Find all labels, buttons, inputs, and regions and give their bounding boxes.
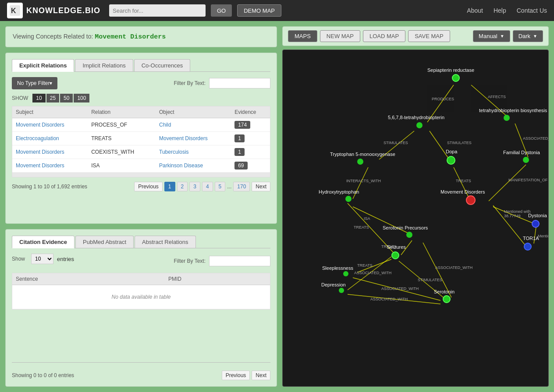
tab-abstract-relations[interactable]: Abstract Relations — [135, 236, 196, 248]
nav-help[interactable]: Help — [494, 7, 506, 14]
pagination-next-btn[interactable]: Next — [252, 182, 270, 191]
cell-object: Child — [156, 118, 231, 132]
citation-filter-input[interactable] — [209, 256, 270, 266]
filter-input[interactable] — [209, 78, 270, 88]
theme-dropdown-arrow: ▼ — [533, 34, 537, 39]
relations-showing-text: Showing 1 to 10 of 1,692 entries — [12, 184, 87, 190]
node-serotonin-precursors[interactable] — [406, 232, 412, 238]
theme-label: Dark — [518, 33, 530, 39]
type-filter-button[interactable]: No Type Filter▾ — [12, 77, 57, 89]
cell-subject: Movement Disorders — [12, 145, 88, 159]
object-link[interactable]: Parkinson Disease — [159, 162, 203, 169]
map-toolbar: MAPS NEW MAP LOAD MAP SAVE MAP Manual ▼ … — [282, 26, 549, 46]
node-familial-dystonia[interactable] — [523, 157, 529, 163]
subject-link[interactable]: Electrocoagulation — [16, 135, 59, 141]
svg-line-16 — [489, 165, 526, 201]
node-tor1a[interactable] — [524, 243, 532, 251]
cell-evidence: 1 — [231, 145, 270, 159]
filter-text-area: Filter By Text: — [174, 78, 270, 88]
svg-text:TREATS: TREATS — [357, 263, 373, 268]
cell-evidence: 1 — [231, 132, 270, 145]
svg-line-6 — [379, 131, 414, 159]
subject-link[interactable]: Movement Disorders — [16, 122, 64, 128]
relations-table: Subject Relation Object Evidence Movemen… — [12, 106, 270, 173]
pagination-page-1[interactable]: 1 — [164, 182, 175, 191]
map-canvas[interactable]: PRODUCES AFFECTS STIMULATES STIMULATES A… — [282, 49, 549, 387]
node-sepiapterin-reductase[interactable] — [452, 74, 460, 82]
show-buttons: 10 25 50 100 — [32, 94, 89, 102]
svg-text:ASSOCIATED_WITH: ASSOCIATED_WITH — [370, 297, 408, 301]
subject-link[interactable]: Movement Disorders — [16, 162, 64, 169]
pagination-page-3[interactable]: 3 — [189, 182, 200, 191]
pagination-page-5[interactable]: 5 — [215, 182, 226, 191]
svg-text:TREATS: TREATS — [354, 225, 369, 230]
pagination-page-4[interactable]: 4 — [202, 182, 213, 191]
nav-contact[interactable]: Contact Us — [517, 7, 547, 14]
table-row: Movement Disorders ISA Parkinson Disease… — [12, 159, 270, 173]
layout-dropdown[interactable]: Manual ▼ — [473, 30, 510, 42]
svg-line-12 — [353, 167, 368, 199]
tab-pubmed-abstract[interactable]: PubMed Abstract — [75, 236, 134, 248]
nav-about[interactable]: About — [467, 7, 483, 14]
node-sleeplessness[interactable] — [343, 271, 348, 276]
pagination-page-2[interactable]: 2 — [177, 182, 188, 191]
relations-tab-bar: Explicit Relations Implicit Relations Co… — [12, 59, 270, 72]
header-nav: About Help Contact Us — [467, 7, 547, 14]
load-map-btn[interactable]: LOAD MAP — [363, 30, 405, 42]
node-tryptophan[interactable] — [357, 159, 363, 165]
cell-evidence: 174 — [231, 118, 270, 132]
tab-explicit-relations[interactable]: Explicit Relations — [12, 59, 74, 72]
object-link[interactable]: Child — [159, 122, 171, 128]
citation-tab-bar: Citation Evidence PubMed Abstract Abstra… — [12, 236, 270, 248]
col-evidence: Evidence — [231, 106, 270, 118]
citation-next-btn[interactable]: Next — [252, 371, 270, 380]
go-button[interactable]: GO — [211, 4, 232, 17]
svg-text:STIMULATES: STIMULATES — [447, 141, 472, 145]
viewing-prefix: Viewing Concepts Related to: — [13, 33, 93, 40]
object-link[interactable]: Tuberculosis — [159, 149, 189, 155]
no-data-text: No data available in table — [12, 285, 270, 309]
node-dystonia[interactable] — [532, 220, 540, 228]
node-seizures[interactable] — [391, 251, 399, 259]
node-movement-disorders[interactable] — [466, 195, 476, 205]
node-depression[interactable] — [339, 288, 344, 293]
svg-text:AFFECTS: AFFECTS — [488, 95, 506, 99]
cell-object: Movement Disorders — [156, 132, 231, 145]
theme-dropdown[interactable]: Dark ▼ — [513, 30, 543, 42]
node-serotonin[interactable] — [443, 295, 451, 303]
logo-icon: K — [7, 3, 23, 18]
cell-subject: Movement Disorders — [12, 118, 88, 132]
col-sentence: Sentence — [12, 273, 165, 285]
new-map-btn[interactable]: NEW MAP — [320, 30, 360, 42]
subject-link[interactable]: Movement Disorders — [16, 149, 64, 155]
search-input[interactable] — [109, 4, 206, 17]
maps-tab-btn[interactable]: MAPS — [288, 30, 317, 42]
save-map-btn[interactable]: SAVE MAP — [408, 30, 450, 42]
show-50-btn[interactable]: 50 — [60, 94, 73, 102]
citation-show-select[interactable]: 10 25 50 100 — [31, 254, 53, 264]
relations-panel: Explicit Relations Implicit Relations Co… — [5, 53, 277, 224]
tab-co-occurrences[interactable]: Co-Occurrences — [134, 59, 191, 71]
tab-implicit-relations[interactable]: Implicit Relations — [75, 59, 133, 71]
col-object: Object — [156, 106, 231, 118]
svg-text:ASSOCIATED_WITH: ASSOCIATED_WITH — [523, 136, 548, 141]
node-tetrahydro-bio[interactable] — [504, 115, 510, 121]
tab-citation-evidence[interactable]: Citation Evidence — [12, 236, 75, 248]
main-layout: Viewing Concepts Related to: Movement Di… — [0, 21, 554, 392]
table-row: Movement Disorders PROCESS_OF Child 174 — [12, 118, 270, 132]
svg-line-22 — [534, 227, 536, 244]
node-5678-tetrahydro[interactable] — [416, 122, 423, 128]
logo-area: K KNOWLEDGE.BIO — [7, 3, 100, 18]
pagination-page-last[interactable]: 170 — [233, 182, 250, 191]
object-link[interactable]: Movement Disorders — [159, 135, 208, 141]
citation-previous-btn[interactable]: Previous — [222, 371, 250, 380]
node-hydroxytryptophan[interactable] — [345, 196, 352, 202]
svg-line-28 — [423, 243, 451, 297]
svg-text:ISA: ISA — [364, 216, 370, 221]
show-10-btn[interactable]: 10 — [32, 94, 45, 102]
show-25-btn[interactable]: 25 — [46, 94, 59, 102]
pagination-previous-btn[interactable]: Previous — [134, 182, 163, 191]
show-100-btn[interactable]: 100 — [74, 94, 89, 102]
node-dopa[interactable] — [447, 156, 455, 165]
demo-map-button[interactable]: DEMO MAP — [237, 4, 281, 17]
